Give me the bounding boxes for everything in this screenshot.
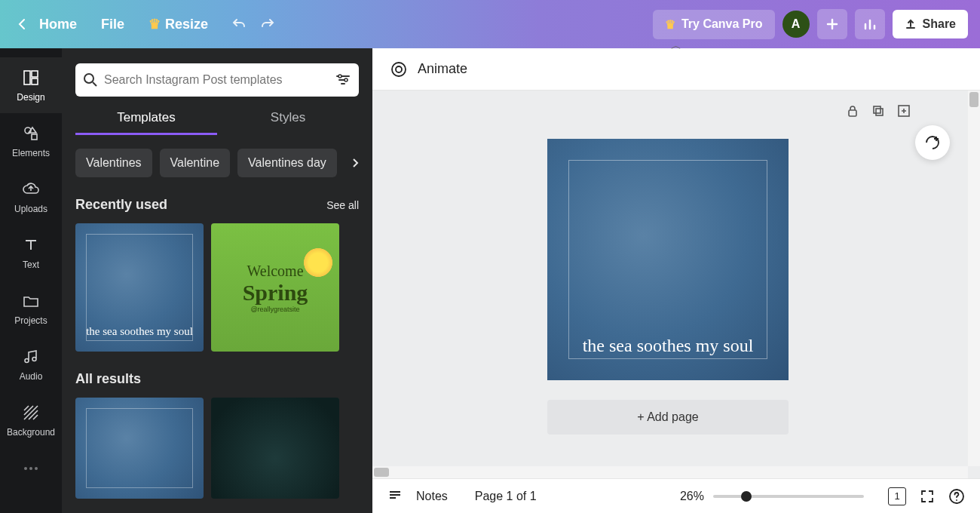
- stage: the sea soothes my soul + Add page: [372, 91, 980, 478]
- template-thumb-spring[interactable]: Welcome Spring @reallygreatsite: [211, 223, 339, 352]
- rail-label: Background: [7, 427, 55, 438]
- canvas-text[interactable]: the sea soothes my soul: [547, 336, 789, 356]
- svg-rect-15: [876, 109, 883, 115]
- audio-icon: [21, 347, 41, 367]
- scrollbar-vertical[interactable]: [968, 91, 980, 466]
- new-page-icon[interactable]: [897, 104, 911, 118]
- chip-scroll-right[interactable]: [347, 155, 359, 171]
- tab-templates[interactable]: Templates: [75, 110, 217, 135]
- redo-button[interactable]: [258, 14, 277, 34]
- text-icon: [21, 235, 41, 255]
- svg-point-11: [392, 63, 406, 76]
- scrollbar-horizontal[interactable]: [372, 466, 968, 478]
- main-area: Animate the sea soothes my soul + Add pa…: [372, 48, 980, 513]
- svg-point-7: [35, 467, 38, 470]
- all-results-title: All results: [75, 371, 141, 387]
- undo-button[interactable]: [229, 14, 249, 34]
- svg-point-5: [24, 467, 27, 470]
- panel-tabs: Templates Styles: [75, 110, 359, 135]
- lock-icon[interactable]: [846, 104, 859, 118]
- rail-audio[interactable]: Audio: [0, 336, 62, 392]
- crown-icon: ♛: [149, 16, 161, 32]
- help-icon[interactable]: [948, 488, 965, 505]
- zoom-value: 26%: [680, 490, 704, 503]
- recent-heading: Recently used See all: [75, 197, 359, 213]
- back-icon[interactable]: [12, 14, 33, 35]
- svg-point-9: [338, 75, 341, 78]
- svg-rect-14: [874, 106, 880, 113]
- duplicate-icon[interactable]: [871, 104, 885, 118]
- thumb-line: @reallygreatsite: [250, 306, 299, 313]
- rail-label: Projects: [14, 315, 47, 326]
- more-icon: [21, 459, 41, 478]
- filter-icon[interactable]: [335, 72, 351, 88]
- tab-styles[interactable]: Styles: [217, 110, 359, 135]
- rail-label: Uploads: [14, 204, 47, 214]
- rail-label: Elements: [12, 148, 50, 158]
- try-pro-label: Try Canva Pro: [681, 17, 763, 31]
- template-thumb-sea[interactable]: the sea soothes my soul: [75, 223, 204, 352]
- thumb-line: Spring: [243, 280, 308, 306]
- search-icon: [83, 72, 98, 88]
- svg-rect-0: [24, 71, 30, 84]
- thumb-caption: the sea soothes my soul: [86, 325, 193, 338]
- chip-valentine[interactable]: Valentine: [160, 149, 231, 177]
- flower-icon: [302, 246, 335, 279]
- fullscreen-icon[interactable]: [920, 489, 935, 504]
- chip-valentines[interactable]: Valentines: [75, 149, 152, 177]
- rail-background[interactable]: Background: [0, 392, 62, 448]
- try-pro-button[interactable]: ♛ Try Canva Pro: [653, 10, 775, 39]
- rail-projects[interactable]: Projects: [0, 281, 62, 336]
- file-menu[interactable]: File: [101, 17, 124, 32]
- chip-valentines-day[interactable]: Valentines day: [237, 149, 337, 177]
- rail-elements[interactable]: Elements: [0, 113, 62, 169]
- expand-pages-icon[interactable]: ︿: [671, 39, 681, 53]
- ai-generate-button[interactable]: [915, 125, 950, 160]
- thumb-line: Welcome: [247, 263, 303, 280]
- uploads-icon: [21, 180, 41, 199]
- analytics-button[interactable]: [855, 9, 885, 39]
- projects-icon: [21, 291, 41, 311]
- rail-text[interactable]: Text: [0, 225, 62, 281]
- search-box[interactable]: [75, 63, 359, 97]
- add-page-button[interactable]: + Add page: [547, 400, 789, 435]
- template-thumb-sea-2[interactable]: [75, 398, 204, 499]
- rail-label: Text: [23, 260, 39, 270]
- animate-button[interactable]: Animate: [418, 61, 467, 77]
- rail-design[interactable]: Design: [0, 57, 62, 113]
- rail-more[interactable]: [0, 448, 62, 489]
- resize-button[interactable]: ♛ Resize: [149, 16, 208, 32]
- crown-icon: ♛: [665, 17, 675, 32]
- canvas-toolbar: Animate: [372, 48, 980, 91]
- animate-icon[interactable]: [390, 61, 407, 78]
- notes-button[interactable]: Notes: [416, 490, 448, 503]
- rail-label: Design: [17, 92, 44, 103]
- svg-point-10: [345, 78, 348, 81]
- svg-rect-4: [32, 134, 37, 140]
- svg-point-8: [84, 74, 93, 83]
- elements-icon: [21, 124, 41, 143]
- see-all-link[interactable]: See all: [326, 199, 359, 211]
- notes-icon[interactable]: [387, 489, 403, 504]
- svg-point-6: [29, 467, 32, 470]
- add-member-button[interactable]: [817, 9, 847, 39]
- share-button[interactable]: Share: [893, 10, 968, 38]
- topbar: Home File ♛ Resize ♛ Try Canva Pro A Sha…: [0, 0, 980, 48]
- zoom-slider[interactable]: [713, 495, 864, 498]
- svg-rect-2: [32, 78, 38, 84]
- svg-rect-13: [849, 110, 856, 116]
- rail-label: Audio: [20, 371, 43, 382]
- rail-uploads[interactable]: Uploads: [0, 169, 62, 225]
- search-input[interactable]: [104, 73, 329, 87]
- canvas-page[interactable]: the sea soothes my soul: [547, 139, 789, 380]
- template-thumb-plastic[interactable]: [211, 398, 339, 499]
- background-icon: [21, 403, 41, 422]
- allresults-heading: All results: [75, 371, 359, 387]
- avatar[interactable]: A: [782, 11, 810, 38]
- footer: ︿ Notes Page 1 of 1 26% 1: [372, 478, 980, 513]
- svg-rect-1: [32, 71, 38, 77]
- design-icon: [21, 68, 41, 88]
- page-count-badge[interactable]: 1: [888, 487, 906, 505]
- recent-title: Recently used: [75, 197, 167, 213]
- home-link[interactable]: Home: [39, 17, 77, 32]
